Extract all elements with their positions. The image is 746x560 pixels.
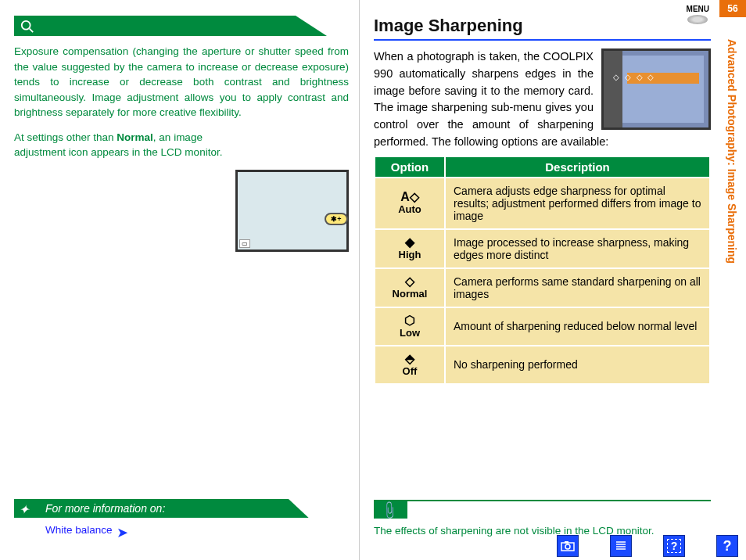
off-icon: ⬘ bbox=[383, 353, 436, 365]
magnifier-icon bbox=[20, 20, 34, 34]
camera-icon bbox=[561, 540, 575, 551]
menu-button[interactable]: MENU bbox=[687, 5, 709, 24]
adjustment-badge-icon: ✱+ bbox=[325, 213, 348, 225]
svg-line-1 bbox=[30, 28, 34, 32]
nav-camera-button[interactable] bbox=[557, 535, 579, 557]
camera-menu-preview: ◇ ◇ ◇ ◇ bbox=[601, 48, 711, 130]
nav-help-button[interactable]: ? bbox=[716, 535, 738, 557]
table-row: ⬘Off No sharpening performed bbox=[375, 346, 710, 384]
svg-point-3 bbox=[565, 544, 570, 549]
note-bar: 📎 bbox=[374, 500, 711, 519]
menu-button-icon bbox=[687, 15, 708, 24]
question-icon: ? bbox=[723, 538, 732, 555]
more-info-bar: ✦ For more information on: bbox=[14, 499, 349, 518]
page-title: Image Sharpening bbox=[374, 16, 711, 41]
lcd-footer-icon: ▭ bbox=[239, 239, 250, 248]
exposure-comp-text: Exposure compensation (changing the aper… bbox=[14, 44, 349, 120]
table-row: A◇Auto Camera adjusts edge sharpness for… bbox=[375, 178, 710, 229]
question-dotted-icon: ? bbox=[667, 539, 682, 553]
low-icon: ⬡ bbox=[383, 314, 436, 327]
cursor-icon: ➤ bbox=[117, 524, 128, 541]
table-row: ◆High Image processed to increase sharpn… bbox=[375, 229, 710, 268]
table-row: ◇Normal Camera performs same standard sh… bbox=[375, 268, 710, 307]
normal-setting-text: At settings other than Normal, an image … bbox=[14, 130, 241, 160]
normal-icon: ◇ bbox=[383, 275, 436, 288]
svg-rect-4 bbox=[565, 541, 568, 544]
tip-header-bar bbox=[14, 16, 327, 36]
sharpening-options-table: Option Description A◇Auto Camera adjusts… bbox=[374, 156, 711, 385]
nav-help-dotted-button[interactable]: ? bbox=[663, 535, 685, 557]
th-description: Description bbox=[445, 156, 710, 178]
nav-contents-button[interactable] bbox=[610, 535, 632, 557]
more-info-title: For more information on: bbox=[45, 502, 165, 515]
svg-point-0 bbox=[22, 21, 30, 30]
paperclip-icon: 📎 bbox=[378, 500, 400, 521]
auto-icon: A◇ bbox=[383, 191, 436, 203]
page-number: 56 bbox=[719, 0, 746, 17]
list-icon bbox=[615, 540, 627, 552]
bulb-icon: ✦ bbox=[19, 501, 29, 519]
section-label: Advanced Photography: Image Sharpening bbox=[719, 17, 738, 264]
th-option: Option bbox=[375, 156, 445, 178]
table-row: ⬡Low Amount of sharpening reduced below … bbox=[375, 307, 710, 346]
white-balance-link[interactable]: White balance ➤ bbox=[45, 524, 113, 536]
lcd-preview: ✱+ ▭ bbox=[235, 170, 349, 252]
high-icon: ◆ bbox=[383, 236, 436, 249]
